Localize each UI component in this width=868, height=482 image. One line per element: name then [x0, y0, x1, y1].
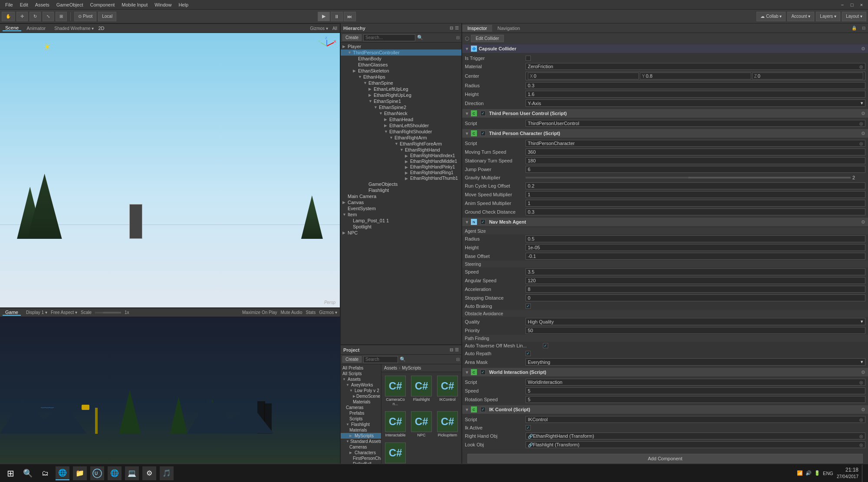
hierarchy-search[interactable] [363, 34, 415, 41]
tpc-header[interactable]: ▼ C Third Person Character (Script) ⚙ [462, 129, 868, 138]
network-icon[interactable]: 📶 [797, 470, 803, 476]
project-create-btn[interactable]: Create [342, 356, 362, 363]
run-cycle-value[interactable]: 0.2 [526, 182, 865, 189]
quality-value[interactable]: High Quality ▾ [526, 318, 865, 325]
proj-materials-2[interactable]: Materials [341, 427, 381, 433]
menu-file[interactable]: File [2, 2, 16, 7]
tree-ethan-right-up-leg[interactable]: ▶EthanRightUpLeg [341, 92, 461, 98]
asset-cameracon[interactable]: C# CameraCon... [383, 374, 408, 408]
pause-btn[interactable]: ⏸ [331, 12, 343, 21]
nav-height-value[interactable]: 1e-05 [526, 244, 865, 251]
hierarchy-pin[interactable]: ⊟ [450, 26, 453, 30]
proj-first-person[interactable]: FirstPersonCha... [341, 456, 381, 461]
taskbar-vs[interactable]: 💻 [125, 466, 139, 480]
tpc-settings[interactable]: ⚙ [861, 131, 865, 136]
menu-component[interactable]: Component [86, 2, 118, 7]
tpuc-enabled[interactable] [480, 111, 486, 116]
show-desktop-btn[interactable] [862, 465, 865, 482]
clock-area[interactable]: 21:18 27/04/2017 [837, 467, 858, 479]
breadcrumb-assets[interactable]: Assets [384, 366, 397, 370]
hierarchy-options[interactable]: ⊟ [456, 35, 460, 40]
speed-value[interactable]: 3.5 [526, 268, 865, 275]
local-btn[interactable]: Local [98, 12, 116, 21]
menu-assets[interactable]: Assets [32, 2, 53, 7]
area-mask-value[interactable]: Everything ▾ [526, 358, 865, 366]
mute-btn[interactable]: Mute Audio [280, 310, 302, 315]
maximize-btn[interactable]: □ [847, 0, 857, 10]
tpc-enabled[interactable] [480, 131, 486, 136]
transform-scale-btn[interactable]: ⤡ [43, 12, 54, 21]
proj-demo-scene[interactable]: ▶DemoScene [341, 393, 381, 399]
ik-active-checkbox[interactable] [526, 425, 531, 430]
tree-ethan-right-hand-ring1[interactable]: ▶EthanRightHandRing1 [341, 170, 461, 175]
tree-ethan-neck[interactable]: ▼EthanNeck [341, 110, 461, 116]
hierarchy-create-btn[interactable]: Create [342, 34, 362, 41]
tree-ethan-right-hand[interactable]: ▼EthanRightHand [341, 147, 461, 153]
wi-speed-value[interactable]: 5 [526, 387, 865, 394]
ik-enabled[interactable] [480, 407, 486, 412]
capsule-collider-header[interactable]: ▼ 🔷 Capsule Collider ⚙ [462, 44, 868, 53]
tree-ethan-right-hand-pinky1[interactable]: ▶EthanRightHandPinky1 [341, 164, 461, 170]
tree-ethan-head[interactable]: ▶EthanHead [341, 116, 461, 122]
radius-value[interactable]: 0.3 [526, 82, 865, 89]
asset-ikcontrol[interactable]: C# IKControl [435, 374, 460, 408]
layers-btn[interactable]: Layers ▾ [816, 12, 840, 21]
menu-help[interactable]: Help [175, 2, 192, 7]
tree-ethan-glasses[interactable]: EthanGlasses [341, 62, 461, 68]
tree-ethan-right-hand-index1[interactable]: ▶EthanRightHandIndex1 [341, 153, 461, 158]
proj-low-poly[interactable]: ▼Low Poly v 2 [341, 388, 381, 393]
ground-check-value[interactable]: 0.3 [526, 208, 865, 215]
tpuc-link[interactable]: ◎ [859, 121, 863, 126]
tree-canvas[interactable]: ▶Canvas [341, 199, 461, 205]
aspect-dropdown[interactable]: Free Aspect ▾ [51, 310, 77, 315]
scene-tab[interactable]: Scene [3, 25, 21, 31]
asset-npc[interactable]: C# NPC [409, 409, 434, 439]
look-obj-value[interactable]: 🔗 Flashlight (Transform) ◎ [526, 441, 865, 448]
taskbar-app5[interactable]: ⚙ [142, 466, 156, 480]
hierarchy-menu[interactable]: ☰ [455, 26, 459, 30]
shaded-wireframe-dropdown[interactable]: Shaded Wireframe ▾ [54, 26, 94, 31]
taskbar-unity[interactable]: U [90, 466, 104, 480]
proj-std-cameras[interactable]: Cameras [341, 444, 381, 450]
edit-collider-btn[interactable]: Edit Collider [471, 35, 504, 42]
project-pin[interactable]: ⊟ [450, 347, 453, 352]
display-dropdown[interactable]: Display 1 ▾ [26, 310, 47, 315]
tpuc-settings[interactable]: ⚙ [861, 111, 865, 116]
proj-flashlight[interactable]: ▼Flashlight [341, 422, 381, 427]
wi-link[interactable]: ◎ [859, 380, 863, 385]
menu-window[interactable]: Window [151, 2, 175, 7]
proj-all-prefabs[interactable]: All Prefabs [341, 365, 381, 371]
proj-characters[interactable]: ▶Characters [341, 450, 381, 456]
proj-prefabs[interactable]: Prefabs [341, 410, 381, 416]
tree-item[interactable]: ▼Item [341, 211, 461, 218]
add-component-btn[interactable]: Add Component [467, 454, 863, 463]
asset-interactable[interactable]: C# Interactable [383, 409, 408, 439]
proj-axey-works[interactable]: ▼AxeyWorks [341, 382, 381, 388]
priority-value[interactable]: 50 [526, 327, 865, 334]
gravity-slider[interactable] [526, 177, 851, 178]
gizmos-btn[interactable]: Gizmos ▾ [310, 26, 328, 31]
move-speed-value[interactable]: 1 [526, 191, 865, 198]
taskview-btn[interactable]: 🗂 [38, 466, 52, 480]
nav-radius-value[interactable]: 0.5 [526, 235, 865, 242]
account-btn[interactable]: Account ▾ [787, 12, 814, 21]
nav-enabled[interactable] [480, 219, 486, 224]
play-btn[interactable]: ▶ [318, 12, 330, 21]
stats-btn[interactable]: Stats [306, 310, 316, 315]
tree-ethan-spine2[interactable]: ▼EthanSpine2 [341, 104, 461, 110]
scale-slider[interactable] [95, 312, 121, 314]
wi-script-value[interactable]: WorldInteraction ◎ [526, 379, 865, 386]
proj-scripts[interactable]: Scripts [341, 416, 381, 422]
center-x[interactable]: X0 [528, 73, 639, 79]
proj-materials-1[interactable]: Materials [341, 399, 381, 405]
animator-tab[interactable]: Animator [24, 26, 48, 31]
transform-rect-btn[interactable]: ⊞ [56, 12, 67, 21]
start-btn[interactable]: ⊞ [3, 466, 17, 480]
lang-indicator[interactable]: ENG [823, 471, 833, 476]
volume-icon[interactable]: 🔊 [806, 470, 812, 476]
proj-all-scripts[interactable]: All Scripts [341, 371, 381, 376]
tree-lamp-post[interactable]: Lamp_Post_01 1 [341, 218, 461, 224]
tree-main-camera[interactable]: Main Camera [341, 193, 461, 199]
tpc-link[interactable]: ◎ [859, 141, 863, 146]
material-link-icon[interactable]: ◎ [859, 64, 863, 69]
